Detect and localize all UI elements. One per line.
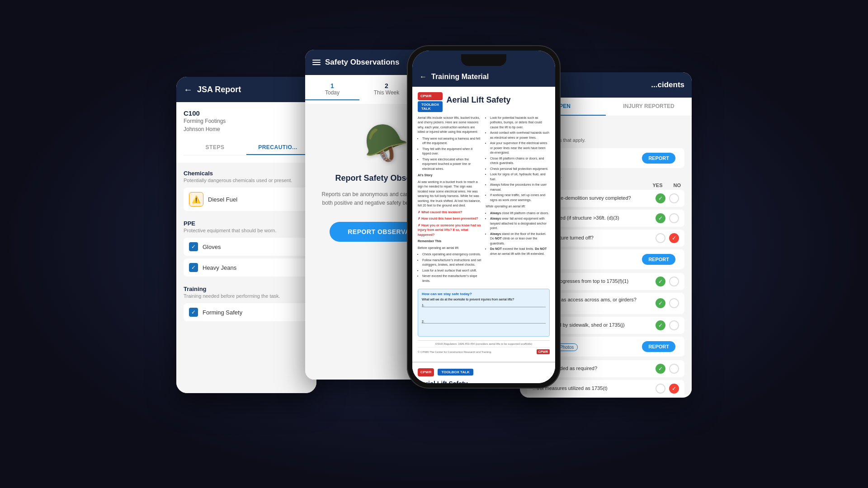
remember-title: Remember This xyxy=(418,239,482,244)
yes-circle-3 xyxy=(656,233,665,243)
tab-precautions[interactable]: PRECAUTIO... xyxy=(246,141,309,155)
q2-label: ✗ How could this have been prevented? xyxy=(418,216,482,221)
aerial-bullets: Always close lift platform chains or doo… xyxy=(486,211,550,257)
cpwr-copyright: © CPWR The Center for Construction Resea… xyxy=(418,351,492,353)
training-content: CPWR TOOLBOXTALK Aerial Lift Safety Aeri… xyxy=(412,87,555,383)
no-label: NO xyxy=(674,183,681,188)
no-circle-6 xyxy=(669,320,679,330)
als-story-title: Al's Story xyxy=(418,173,482,178)
second-cpwr-logo: CPWR xyxy=(418,368,434,376)
chemical-diesel: ⚠️ Diesel Fuel xyxy=(184,188,309,211)
question-checks-6: ✓ xyxy=(656,320,679,330)
phone-frame: ← Training Material CPWR TOOLBOXTALK Aer… xyxy=(407,45,561,389)
report-button-harvey[interactable]: REPORT xyxy=(642,153,675,164)
chemicals-section: Chemicals Potentially dangerous chemical… xyxy=(184,170,309,211)
line-2: 2. xyxy=(422,320,546,324)
remember-intro: Before operating an aerial lift: xyxy=(418,246,482,251)
tab-today[interactable]: 1 Today xyxy=(305,79,359,100)
ppe-gloves-label: Gloves xyxy=(203,244,221,250)
training-section: Training Training needed before performi… xyxy=(184,286,309,321)
warning-icon: ⚠️ xyxy=(189,192,203,206)
cpwr-logo: CPWR TOOLBOXTALK xyxy=(418,92,443,112)
yes-check-2: ✓ xyxy=(656,213,665,223)
no-circle-7 xyxy=(669,364,679,374)
chemicals-subtitle: Potentially dangerous chemicals used or … xyxy=(184,178,309,183)
tab-this-week[interactable]: 2 This Week xyxy=(359,79,414,100)
question-checks-4: ✓ xyxy=(656,277,679,286)
training-col-right: Look for potential hazards such as potho… xyxy=(486,116,550,286)
question-checks-2: ✓ xyxy=(656,213,679,223)
training-doc-header: CPWR TOOLBOXTALK Aerial Lift Safety xyxy=(418,92,550,112)
chemical-label: Diesel Fuel xyxy=(208,196,237,203)
right-bullets: Look for potential hazards such as potho… xyxy=(486,116,550,203)
training-subtitle: Training needed before performing the ta… xyxy=(184,293,309,299)
phone-title: Training Material xyxy=(431,73,489,81)
jsa-report-screen: ← JSA Report C100 Forming Footings Johns… xyxy=(176,77,316,393)
no-check-8: ✓ xyxy=(669,384,679,394)
yes-check-4: ✓ xyxy=(656,277,665,286)
questions-label: ✗ What caused this incident? xyxy=(418,210,482,215)
phone-back-arrow[interactable]: ← xyxy=(420,73,427,81)
no-circle-2 xyxy=(669,213,679,223)
second-toolbox-label: TOOLBOX TALK xyxy=(438,369,473,375)
cpwr-footer-logo: CPWR xyxy=(537,349,550,354)
training-footer: OSHA Regulation: 1926.453-454 (considers… xyxy=(418,340,550,347)
yes-check-1: ✓ xyxy=(656,193,665,203)
yes-circle-8 xyxy=(656,384,665,394)
jsa-tabs: STEPS PRECAUTIO... xyxy=(184,141,309,155)
jsa-header: ← JSA Report xyxy=(176,77,316,102)
training-col-left: Aerial lifts include scissor lifts, buck… xyxy=(418,116,482,286)
project-code: C100 xyxy=(184,109,309,117)
question-checks-8: ✓ xyxy=(656,384,679,394)
training-intro-bullets: They were not wearing a harness and fell… xyxy=(418,136,482,172)
back-arrow-icon[interactable]: ← xyxy=(184,84,193,95)
project-info: C100 Forming Footings Johnson Home xyxy=(184,109,309,133)
toolbox-talk-label: TOOLBOXTALK xyxy=(418,101,443,112)
tab-steps[interactable]: STEPS xyxy=(184,141,246,155)
training-label: Forming Safety xyxy=(203,309,242,316)
ppe-gloves: ✓ Gloves xyxy=(184,238,309,256)
no-check-3: ✓ xyxy=(669,233,679,243)
phone-notch xyxy=(461,54,506,66)
yes-check-6: ✓ xyxy=(656,320,665,330)
als-story-text: Al was working in a bucket truck to reac… xyxy=(418,180,482,208)
training-forming-safety: ✓ Forming Safety xyxy=(184,303,309,321)
report-button-clarke2[interactable]: REPORT xyxy=(642,341,675,352)
ppe-title: PPE xyxy=(184,220,309,227)
question-checks-3: ✓ xyxy=(656,233,679,243)
tab-injury-reported[interactable]: INJURY REPORTED xyxy=(606,98,692,116)
second-training-title: Aerial Lift Safety xyxy=(418,380,550,383)
question-checks-5: ✓ xyxy=(656,298,679,308)
ppe-section: PPE Protective equipment that should be … xyxy=(184,220,309,277)
ppe-jeans-label: Heavy Jeans xyxy=(203,264,236,271)
second-training-header: CPWR TOOLBOX TALK xyxy=(418,368,550,376)
incidents-title: ...cidents xyxy=(651,80,684,89)
jsa-title: JSA Report xyxy=(197,85,241,94)
safety-obs-title: Safety Observations xyxy=(325,58,399,67)
report-button-clarke1[interactable]: REPORT xyxy=(642,254,675,265)
hamburger-menu-icon[interactable] xyxy=(312,60,321,65)
checkbox-training: ✓ xyxy=(189,308,198,317)
no-circle-5 xyxy=(669,298,679,308)
blue-section-title: How can we stay safe today? xyxy=(422,292,546,296)
q3-label: ✗ Have you or someone you know had an in… xyxy=(418,223,482,238)
phone-screen: ← Training Material CPWR TOOLBOXTALK Aer… xyxy=(412,51,555,383)
ppe-subtitle: Protective equipment that should be worn… xyxy=(184,228,309,233)
question-checks-1: ✓ xyxy=(656,193,679,203)
hard-hat-icon: 🪖 xyxy=(364,122,409,164)
yes-check-5: ✓ xyxy=(656,298,665,308)
yes-check-7: ✓ xyxy=(656,364,665,374)
ppe-jeans: ✓ Heavy Jeans xyxy=(184,258,309,277)
yes-label: YES xyxy=(652,183,662,188)
line-1: 1. xyxy=(422,304,546,307)
cpwr-logo-box: CPWR xyxy=(418,92,443,100)
checkbox-jeans: ✓ xyxy=(189,263,198,272)
second-training-section: CPWR TOOLBOX TALK Aerial Lift Safety 🦺 xyxy=(412,361,555,383)
checkbox-gloves: ✓ xyxy=(189,242,198,251)
no-circle-4 xyxy=(669,277,679,286)
project-details: Forming Footings Johnson Home xyxy=(184,117,309,133)
no-circle-1 xyxy=(669,193,679,203)
remember-bullets: Check operating and emergency controls. … xyxy=(418,252,482,283)
question-text-8: ...trol measures utilized as 1735(t) xyxy=(533,385,652,392)
question-checks-7: ✓ xyxy=(656,364,679,374)
